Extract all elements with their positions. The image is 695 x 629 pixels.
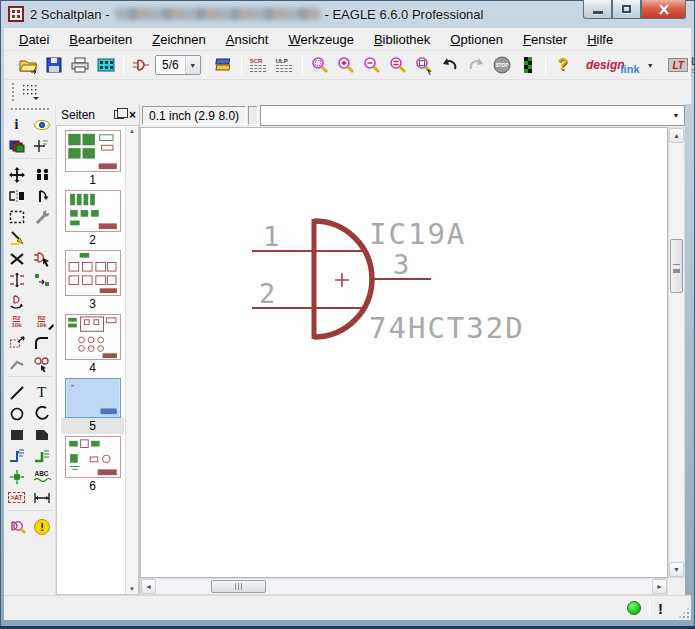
rotate-tool-button[interactable] bbox=[30, 185, 54, 206]
scroll-right-button[interactable]: ► bbox=[652, 579, 667, 594]
value-tool-button[interactable]: R2 10k bbox=[30, 311, 54, 332]
delete-tool-button[interactable] bbox=[5, 248, 29, 269]
invoke-tool-button[interactable] bbox=[30, 353, 54, 374]
use-library-button[interactable] bbox=[212, 54, 236, 76]
polygon-tool-button[interactable] bbox=[30, 424, 54, 445]
miter-tool-button[interactable] bbox=[30, 332, 54, 353]
smash-tool-button[interactable] bbox=[5, 332, 29, 353]
zoom-in-button[interactable] bbox=[334, 54, 358, 76]
vertical-scrollbar[interactable]: ▲ ▼ bbox=[668, 127, 685, 578]
sheet-selector-dropdown-icon[interactable]: ▼ bbox=[185, 56, 200, 74]
design-link-dropdown-icon[interactable]: ▼ bbox=[643, 62, 658, 69]
scroll-up-button[interactable]: ▲ bbox=[669, 128, 684, 143]
page-item-2[interactable]: 2 bbox=[61, 190, 124, 248]
vertical-scroll-thumb[interactable] bbox=[670, 239, 683, 293]
copy-tool-button[interactable] bbox=[30, 164, 54, 185]
zoom-select-button[interactable] bbox=[412, 54, 436, 76]
close-panel-icon[interactable]: × bbox=[129, 110, 136, 120]
pages-panel-header[interactable]: Seiten × bbox=[56, 104, 139, 125]
help-button[interactable]: ? bbox=[551, 54, 575, 76]
text-tool-button[interactable]: T bbox=[30, 382, 54, 403]
cut-tool-button[interactable] bbox=[5, 227, 29, 248]
page-item-4[interactable]: 4 bbox=[61, 314, 124, 376]
scroll-left-button[interactable]: ◄ bbox=[141, 579, 156, 594]
menu-ansicht[interactable]: Ansicht bbox=[217, 29, 278, 50]
junction-tool-button[interactable] bbox=[5, 466, 29, 487]
command-dropdown-icon[interactable]: ▼ bbox=[668, 112, 684, 119]
wire-tool-button[interactable] bbox=[5, 382, 29, 403]
circle-tool-button[interactable] bbox=[5, 403, 29, 424]
maximize-button[interactable] bbox=[612, 0, 641, 19]
save-button[interactable] bbox=[42, 54, 66, 76]
menu-bearbeiten[interactable]: Bearbeiten bbox=[60, 29, 141, 50]
menu-fenster[interactable]: Fenster bbox=[514, 29, 576, 50]
bus-tool-button[interactable] bbox=[30, 445, 54, 466]
page-item-6[interactable]: 6 bbox=[61, 436, 124, 494]
menu-werkzeuge[interactable]: Werkzeuge bbox=[279, 29, 363, 50]
command-input[interactable] bbox=[261, 106, 668, 125]
pinswap-tool-button[interactable] bbox=[5, 269, 29, 290]
close-button[interactable] bbox=[641, 0, 686, 19]
grid-button[interactable] bbox=[19, 81, 43, 103]
schematic-drawing[interactable]: 1 2 3 IC19A 74HCT32D bbox=[141, 128, 669, 579]
split-tool-button[interactable] bbox=[5, 353, 29, 374]
goto-sheet-button[interactable] bbox=[129, 54, 153, 76]
palette-drag-handle[interactable] bbox=[10, 107, 49, 112]
errors-tool-button[interactable]: ! bbox=[30, 516, 54, 537]
show-tool-button[interactable] bbox=[30, 114, 54, 135]
scroll-down-button[interactable]: ▼ bbox=[669, 562, 684, 577]
move-tool-button[interactable] bbox=[5, 164, 29, 185]
replace-tool-button[interactable] bbox=[5, 290, 29, 311]
page-item-3[interactable]: 3 bbox=[61, 250, 124, 312]
page-item-1[interactable]: 1 bbox=[61, 130, 124, 188]
menu-datei[interactable]: Datei bbox=[10, 29, 58, 50]
print-button[interactable] bbox=[68, 54, 92, 76]
design-link-button[interactable]: design link bbox=[585, 54, 641, 76]
menu-hilfe[interactable]: Hilfe bbox=[578, 29, 622, 50]
stop-button[interactable]: STOP bbox=[490, 54, 514, 76]
dimension-tool-button[interactable] bbox=[30, 487, 54, 508]
export-image-button[interactable] bbox=[94, 54, 118, 76]
display-layers-tool-button[interactable] bbox=[5, 135, 29, 156]
open-button[interactable] bbox=[16, 54, 40, 76]
horizontal-scroll-thumb[interactable] bbox=[211, 580, 266, 593]
run-ulp-button[interactable]: ULP bbox=[273, 54, 297, 76]
sheet-selector[interactable]: 5/6 ▼ bbox=[155, 55, 201, 75]
add-tool-button[interactable] bbox=[30, 248, 54, 269]
pages-scrollbar[interactable]: ▲ ▼ bbox=[125, 126, 138, 594]
float-panel-icon[interactable] bbox=[114, 110, 124, 119]
command-combobox[interactable]: ▼ bbox=[260, 105, 685, 126]
run-script-button[interactable]: SCR bbox=[247, 54, 271, 76]
minimize-button[interactable] bbox=[583, 0, 612, 19]
menu-optionen[interactable]: Optionen bbox=[441, 29, 512, 50]
scroll-up-icon[interactable]: ▲ bbox=[129, 128, 135, 134]
status-errors-icon[interactable]: ! bbox=[658, 600, 663, 617]
ltc-spice-button[interactable]: LT LTC spice bbox=[660, 54, 695, 76]
mark-tool-button[interactable] bbox=[30, 135, 54, 156]
attribute-tool-button[interactable]: >AT bbox=[5, 487, 29, 508]
redo-button[interactable] bbox=[464, 54, 488, 76]
mirror-tool-button[interactable] bbox=[5, 185, 29, 206]
label-tool-button[interactable]: ABC bbox=[30, 466, 54, 487]
erc-tool-button[interactable] bbox=[5, 516, 29, 537]
gateswap-tool-button[interactable] bbox=[30, 269, 54, 290]
title-bar[interactable]: 2 Schaltplan - - EAGLE 6.6.0 Professiona… bbox=[0, 0, 695, 28]
progress-button[interactable] bbox=[516, 54, 540, 76]
schematic-canvas[interactable]: 1 2 3 IC19A 74HCT32D bbox=[140, 127, 668, 578]
rect-tool-button[interactable] bbox=[5, 424, 29, 445]
horizontal-scrollbar[interactable]: ◄ ► bbox=[140, 578, 668, 595]
page-item-5[interactable]: 5 bbox=[61, 378, 124, 434]
undo-button[interactable] bbox=[438, 54, 462, 76]
group-tool-button[interactable] bbox=[5, 206, 29, 227]
arc-tool-button[interactable] bbox=[30, 403, 54, 424]
zoom-redraw-button[interactable] bbox=[386, 54, 410, 76]
zoom-fit-button[interactable] bbox=[308, 54, 332, 76]
name-tool-button[interactable]: R2 10k bbox=[5, 311, 29, 332]
menu-bibliothek[interactable]: Bibliothek bbox=[365, 29, 439, 50]
grid-toolbar-drag-handle[interactable] bbox=[11, 82, 16, 102]
info-tool-button[interactable]: i bbox=[5, 114, 29, 135]
zoom-out-button[interactable] bbox=[360, 54, 384, 76]
net-tool-button[interactable] bbox=[5, 445, 29, 466]
resize-grip[interactable] bbox=[677, 606, 689, 618]
change-tool-button[interactable] bbox=[30, 206, 54, 227]
